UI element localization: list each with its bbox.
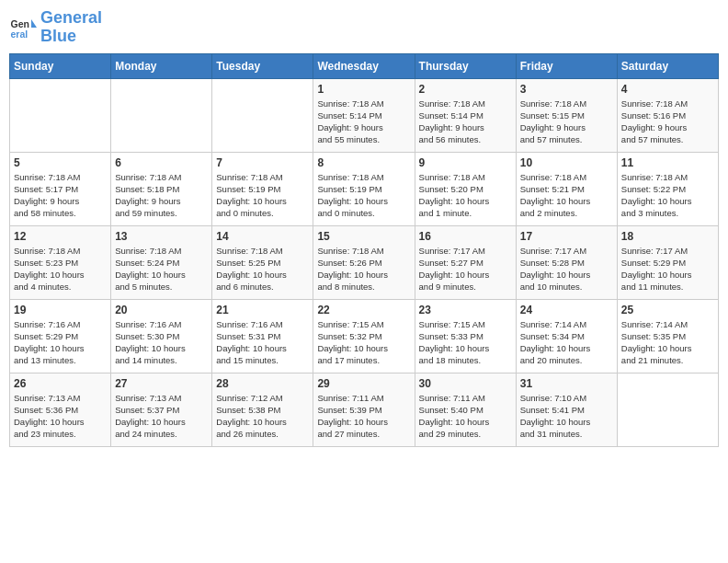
day-number: 11 [621,156,714,169]
day-detail: Sunrise: 7:18 AM Sunset: 5:26 PM Dayligh… [317,245,410,293]
calendar-cell: 15Sunrise: 7:18 AM Sunset: 5:26 PM Dayli… [313,225,415,299]
day-detail: Sunrise: 7:17 AM Sunset: 5:28 PM Dayligh… [520,245,613,293]
day-number: 26 [14,377,107,390]
calendar-cell: 25Sunrise: 7:14 AM Sunset: 5:35 PM Dayli… [617,299,718,373]
day-detail: Sunrise: 7:13 AM Sunset: 5:37 PM Dayligh… [115,392,208,441]
calendar-cell: 10Sunrise: 7:18 AM Sunset: 5:21 PM Dayli… [516,152,617,225]
day-detail: Sunrise: 7:15 AM Sunset: 5:33 PM Dayligh… [419,318,512,367]
calendar-cell: 20Sunrise: 7:16 AM Sunset: 5:30 PM Dayli… [111,299,212,373]
calendar-week-row: 5Sunrise: 7:18 AM Sunset: 5:17 PM Daylig… [10,152,719,225]
logo: Gen eral GeneralBlue [9,9,102,46]
day-detail: Sunrise: 7:12 AM Sunset: 5:38 PM Dayligh… [216,392,309,441]
day-number: 5 [14,156,107,169]
calendar-week-row: 1Sunrise: 7:18 AM Sunset: 5:14 PM Daylig… [10,78,719,152]
day-number: 18 [621,230,714,243]
calendar-cell: 18Sunrise: 7:17 AM Sunset: 5:29 PM Dayli… [617,225,718,299]
calendar-cell: 1Sunrise: 7:18 AM Sunset: 5:14 PM Daylig… [313,78,415,152]
calendar-cell: 16Sunrise: 7:17 AM Sunset: 5:27 PM Dayli… [415,225,516,299]
day-number: 8 [317,156,410,169]
day-detail: Sunrise: 7:18 AM Sunset: 5:25 PM Dayligh… [216,245,309,293]
day-number: 20 [115,304,208,316]
day-number: 22 [317,304,410,316]
day-detail: Sunrise: 7:10 AM Sunset: 5:41 PM Dayligh… [520,392,613,441]
day-number: 2 [419,83,512,96]
day-detail: Sunrise: 7:18 AM Sunset: 5:15 PM Dayligh… [520,98,613,146]
weekday-header-row: SundayMondayTuesdayWednesdayThursdayFrid… [10,53,719,78]
day-detail: Sunrise: 7:17 AM Sunset: 5:29 PM Dayligh… [621,245,714,293]
day-number: 3 [520,83,613,96]
day-detail: Sunrise: 7:18 AM Sunset: 5:16 PM Dayligh… [621,98,714,146]
calendar-cell: 21Sunrise: 7:16 AM Sunset: 5:31 PM Dayli… [212,299,313,373]
calendar-cell: 8Sunrise: 7:18 AM Sunset: 5:19 PM Daylig… [313,152,415,225]
svg-marker-2 [31,19,37,28]
day-number: 15 [317,230,410,243]
day-number: 28 [216,377,309,390]
calendar-cell: 28Sunrise: 7:12 AM Sunset: 5:38 PM Dayli… [212,373,313,446]
calendar-week-row: 26Sunrise: 7:13 AM Sunset: 5:36 PM Dayli… [10,373,719,446]
calendar-cell [111,78,212,152]
day-number: 9 [419,156,512,169]
day-detail: Sunrise: 7:13 AM Sunset: 5:36 PM Dayligh… [14,392,107,441]
calendar-cell: 11Sunrise: 7:18 AM Sunset: 5:22 PM Dayli… [617,152,718,225]
weekday-header-saturday: Saturday [617,53,718,78]
day-number: 16 [419,230,512,243]
weekday-header-friday: Friday [516,53,617,78]
weekday-header-thursday: Thursday [415,53,516,78]
calendar-cell [212,78,313,152]
day-detail: Sunrise: 7:15 AM Sunset: 5:32 PM Dayligh… [317,318,410,367]
day-detail: Sunrise: 7:11 AM Sunset: 5:40 PM Dayligh… [419,392,512,441]
calendar-cell: 17Sunrise: 7:17 AM Sunset: 5:28 PM Dayli… [516,225,617,299]
day-number: 21 [216,304,309,316]
day-number: 31 [520,377,613,390]
svg-text:eral: eral [11,28,28,39]
day-detail: Sunrise: 7:18 AM Sunset: 5:14 PM Dayligh… [317,98,410,146]
logo-text: GeneralBlue [40,9,102,46]
calendar-cell: 9Sunrise: 7:18 AM Sunset: 5:20 PM Daylig… [415,152,516,225]
day-number: 7 [216,156,309,169]
day-detail: Sunrise: 7:11 AM Sunset: 5:39 PM Dayligh… [317,392,410,441]
day-number: 17 [520,230,613,243]
calendar-cell: 29Sunrise: 7:11 AM Sunset: 5:39 PM Dayli… [313,373,415,446]
day-detail: Sunrise: 7:18 AM Sunset: 5:19 PM Dayligh… [216,171,309,220]
day-number: 6 [115,156,208,169]
day-detail: Sunrise: 7:14 AM Sunset: 5:35 PM Dayligh… [621,318,714,367]
weekday-header-wednesday: Wednesday [313,53,415,78]
calendar-week-row: 19Sunrise: 7:16 AM Sunset: 5:29 PM Dayli… [10,299,719,373]
day-detail: Sunrise: 7:16 AM Sunset: 5:31 PM Dayligh… [216,318,309,367]
weekday-header-tuesday: Tuesday [212,53,313,78]
calendar-cell: 30Sunrise: 7:11 AM Sunset: 5:40 PM Dayli… [415,373,516,446]
weekday-header-monday: Monday [111,53,212,78]
calendar-cell: 26Sunrise: 7:13 AM Sunset: 5:36 PM Dayli… [10,373,111,446]
calendar-table: SundayMondayTuesdayWednesdayThursdayFrid… [9,53,719,447]
calendar-cell: 24Sunrise: 7:14 AM Sunset: 5:34 PM Dayli… [516,299,617,373]
day-number: 30 [419,377,512,390]
day-detail: Sunrise: 7:18 AM Sunset: 5:17 PM Dayligh… [14,171,107,220]
calendar-cell: 2Sunrise: 7:18 AM Sunset: 5:14 PM Daylig… [415,78,516,152]
day-detail: Sunrise: 7:18 AM Sunset: 5:19 PM Dayligh… [317,171,410,220]
day-number: 25 [621,304,714,316]
calendar-cell: 31Sunrise: 7:10 AM Sunset: 5:41 PM Dayli… [516,373,617,446]
calendar-cell: 14Sunrise: 7:18 AM Sunset: 5:25 PM Dayli… [212,225,313,299]
day-number: 1 [317,83,410,96]
day-number: 13 [115,230,208,243]
calendar-cell: 6Sunrise: 7:18 AM Sunset: 5:18 PM Daylig… [111,152,212,225]
day-number: 19 [14,304,107,316]
weekday-header-sunday: Sunday [10,53,111,78]
day-number: 27 [115,377,208,390]
calendar-cell: 22Sunrise: 7:15 AM Sunset: 5:32 PM Dayli… [313,299,415,373]
calendar-cell: 19Sunrise: 7:16 AM Sunset: 5:29 PM Dayli… [10,299,111,373]
day-detail: Sunrise: 7:18 AM Sunset: 5:21 PM Dayligh… [520,171,613,220]
day-number: 24 [520,304,613,316]
calendar-cell: 13Sunrise: 7:18 AM Sunset: 5:24 PM Dayli… [111,225,212,299]
calendar-week-row: 12Sunrise: 7:18 AM Sunset: 5:23 PM Dayli… [10,225,719,299]
calendar-cell: 12Sunrise: 7:18 AM Sunset: 5:23 PM Dayli… [10,225,111,299]
calendar-cell: 4Sunrise: 7:18 AM Sunset: 5:16 PM Daylig… [617,78,718,152]
calendar-cell [10,78,111,152]
day-number: 14 [216,230,309,243]
page-header: Gen eral GeneralBlue [9,9,719,46]
day-detail: Sunrise: 7:18 AM Sunset: 5:22 PM Dayligh… [621,171,714,220]
calendar-cell [617,373,718,446]
day-number: 29 [317,377,410,390]
day-number: 10 [520,156,613,169]
day-number: 4 [621,83,714,96]
